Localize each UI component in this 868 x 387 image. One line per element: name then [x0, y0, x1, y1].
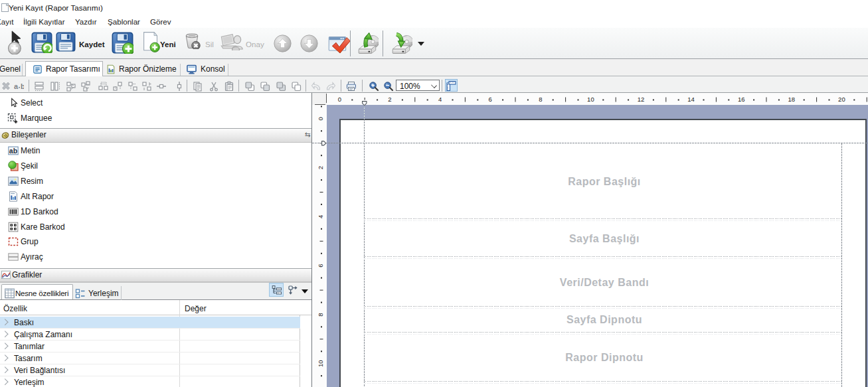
svg-text:0: 0	[337, 96, 341, 103]
svg-text:2: 2	[388, 96, 391, 103]
svg-text:0: 0	[317, 117, 324, 120]
svg-text:8: 8	[539, 96, 542, 103]
svg-text:8: 8	[317, 313, 324, 316]
svg-text:4: 4	[317, 215, 324, 218]
svg-text:20: 20	[838, 96, 845, 103]
svg-text:6: 6	[317, 264, 324, 268]
svg-text:18: 18	[788, 96, 795, 103]
svg-text:14: 14	[687, 96, 695, 103]
svg-text:a: a	[14, 82, 19, 90]
svg-text:2: 2	[317, 166, 324, 169]
svg-text:b: b	[21, 82, 24, 90]
svg-text:16: 16	[737, 96, 744, 103]
svg-text:6: 6	[488, 96, 491, 103]
svg-text:12: 12	[637, 96, 644, 103]
svg-text:4: 4	[438, 96, 441, 103]
svg-text:ab: ab	[9, 147, 17, 155]
svg-text:10: 10	[317, 360, 324, 368]
svg-text:10: 10	[587, 96, 594, 103]
